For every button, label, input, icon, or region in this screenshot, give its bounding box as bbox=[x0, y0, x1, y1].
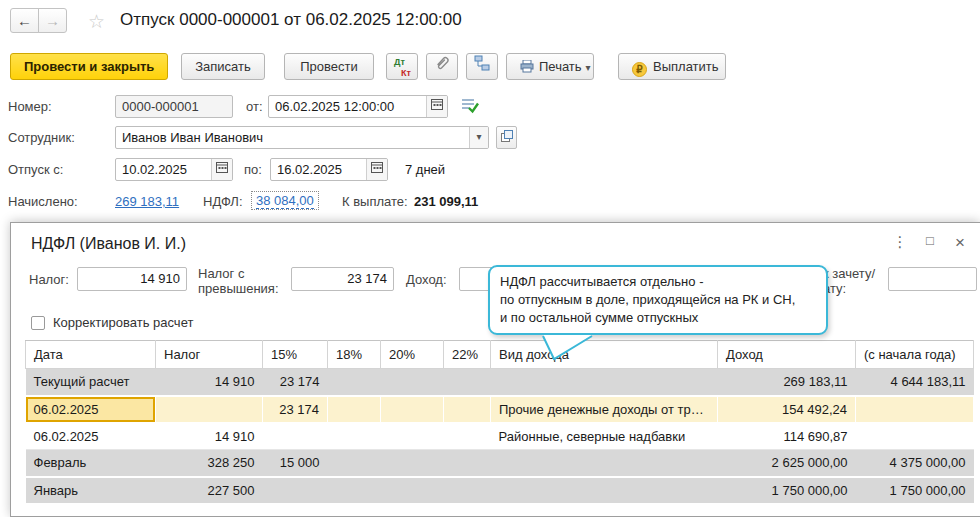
table-row[interactable]: Январь227 5001 750 000,001 750 000,00 bbox=[26, 477, 974, 504]
table-row[interactable]: 06.02.202514 910Районные, северные надба… bbox=[26, 423, 974, 450]
table-cell[interactable] bbox=[444, 369, 491, 396]
close-icon[interactable]: × bbox=[949, 233, 971, 253]
column-header-6[interactable]: Вид дохода bbox=[491, 341, 718, 369]
ndfl-amount-link[interactable]: 38 084,00 bbox=[251, 191, 319, 210]
column-header-4[interactable]: 20% bbox=[381, 341, 444, 369]
employee-value: Иванов Иван Иванович bbox=[122, 130, 263, 145]
accrued-amount-link[interactable]: 269 183,11 bbox=[115, 194, 179, 209]
column-header-0[interactable]: Дата bbox=[26, 341, 156, 369]
table-cell[interactable]: 328 250 bbox=[156, 450, 263, 477]
table-cell[interactable] bbox=[856, 423, 974, 450]
column-header-2[interactable]: 15% bbox=[263, 341, 328, 369]
table-cell[interactable] bbox=[444, 477, 491, 504]
column-header-8[interactable]: (с начала года) bbox=[856, 341, 974, 369]
calendar-icon[interactable] bbox=[211, 159, 232, 180]
table-cell[interactable]: 06.02.2025 bbox=[26, 396, 156, 423]
adjust-calculation-label: Корректировать расчет bbox=[53, 315, 193, 330]
table-cell[interactable] bbox=[263, 477, 328, 504]
employee-label: Сотрудник: bbox=[8, 130, 75, 145]
adjust-calculation-checkbox[interactable]: Корректировать расчет bbox=[31, 313, 193, 331]
debit-credit-button[interactable]: Дт Кт bbox=[386, 53, 418, 80]
column-header-3[interactable]: 18% bbox=[328, 341, 381, 369]
table-cell[interactable]: 06.02.2025 bbox=[26, 423, 156, 450]
print-button[interactable]: Печать▾ bbox=[506, 53, 594, 80]
table-cell[interactable]: 1 750 000,00 bbox=[856, 477, 974, 504]
forward-arrow-icon[interactable]: → bbox=[38, 8, 67, 33]
table-cell[interactable] bbox=[328, 396, 381, 423]
table-cell[interactable]: Февраль bbox=[26, 450, 156, 477]
table-cell[interactable]: 2 625 000,00 bbox=[718, 450, 856, 477]
excess-tax-input[interactable]: 23 174 bbox=[291, 267, 394, 291]
open-employee-button[interactable] bbox=[496, 126, 517, 149]
column-header-5[interactable]: 22% bbox=[444, 341, 491, 369]
table-row[interactable]: Февраль328 25015 0002 625 000,004 375 00… bbox=[26, 450, 974, 477]
table-cell[interactable]: 154 492,24 bbox=[718, 396, 856, 423]
table-cell[interactable] bbox=[444, 423, 491, 450]
table-cell[interactable]: 15 000 bbox=[263, 450, 328, 477]
table-cell[interactable] bbox=[381, 423, 444, 450]
payout-label: К выплате: bbox=[342, 194, 408, 209]
table-cell[interactable] bbox=[263, 423, 328, 450]
table-cell[interactable] bbox=[856, 396, 974, 423]
posted-status-icon bbox=[461, 97, 479, 118]
vacation-to-input[interactable]: 16.02.2025 bbox=[270, 158, 388, 181]
table-cell[interactable] bbox=[491, 477, 718, 504]
number-input[interactable]: 0000-000001 bbox=[115, 95, 233, 118]
table-cell[interactable]: 23 174 bbox=[263, 396, 328, 423]
table-cell[interactable]: Прочие денежные доходы от тр… bbox=[491, 396, 718, 423]
pay-button[interactable]: ₽Выплатить bbox=[618, 53, 726, 80]
table-cell[interactable]: Январь bbox=[26, 477, 156, 504]
related-documents-button[interactable] bbox=[466, 53, 498, 80]
table-cell[interactable]: 227 500 bbox=[156, 477, 263, 504]
table-cell[interactable] bbox=[381, 369, 444, 396]
table-cell[interactable] bbox=[444, 450, 491, 477]
table-cell[interactable]: 14 910 bbox=[156, 423, 263, 450]
table-cell[interactable] bbox=[328, 423, 381, 450]
vacation-from-input[interactable]: 10.02.2025 bbox=[115, 158, 233, 181]
table-cell[interactable] bbox=[328, 450, 381, 477]
vacation-from-value: 10.02.2025 bbox=[122, 162, 187, 177]
table-cell[interactable] bbox=[381, 396, 444, 423]
table-row[interactable]: 06.02.202523 174Прочие денежные доходы о… bbox=[26, 396, 974, 423]
table-cell[interactable]: 23 174 bbox=[263, 369, 328, 396]
post-and-close-button[interactable]: Провести и закрыть bbox=[10, 53, 168, 80]
save-button[interactable]: Записать bbox=[181, 53, 265, 80]
back-arrow-icon[interactable]: ← bbox=[10, 8, 39, 33]
calendar-icon[interactable] bbox=[426, 96, 447, 117]
offset-tax-label: к зачету/ ату: bbox=[823, 266, 875, 296]
table-row[interactable]: Текущий расчет14 91023 174269 183,114 64… bbox=[26, 369, 974, 396]
excess-tax-label-line2: превышения: bbox=[198, 281, 279, 296]
table-cell[interactable] bbox=[328, 369, 381, 396]
table-cell[interactable] bbox=[491, 369, 718, 396]
table-cell[interactable]: 4 375 000,00 bbox=[856, 450, 974, 477]
pay-label: Выплатить bbox=[653, 59, 719, 74]
table-cell[interactable] bbox=[491, 450, 718, 477]
chevron-down-icon[interactable]: ▾ bbox=[469, 127, 488, 148]
offset-tax-input[interactable] bbox=[888, 267, 977, 291]
maximize-icon[interactable]: □ bbox=[919, 233, 941, 248]
table-cell[interactable] bbox=[381, 477, 444, 504]
print-label: Печать bbox=[539, 59, 582, 74]
table-cell[interactable] bbox=[328, 477, 381, 504]
table-cell[interactable]: Районные, северные надбавки bbox=[491, 423, 718, 450]
window-menu-icon[interactable]: ⋮ bbox=[889, 233, 911, 251]
column-header-1[interactable]: Налог bbox=[156, 341, 263, 369]
calendar-icon[interactable] bbox=[366, 159, 387, 180]
attachments-button[interactable] bbox=[426, 53, 458, 80]
column-header-7[interactable]: Доход bbox=[718, 341, 856, 369]
date-from-label: от: bbox=[246, 99, 263, 114]
table-cell[interactable] bbox=[444, 396, 491, 423]
table-cell[interactable]: 14 910 bbox=[156, 369, 263, 396]
tax-input[interactable]: 14 910 bbox=[77, 267, 187, 291]
employee-input[interactable]: Иванов Иван Иванович ▾ bbox=[115, 126, 489, 149]
table-cell[interactable]: 114 690,87 bbox=[718, 423, 856, 450]
table-cell[interactable]: 269 183,11 bbox=[718, 369, 856, 396]
table-cell[interactable] bbox=[156, 396, 263, 423]
datetime-input[interactable]: 06.02.2025 12:00:00 bbox=[268, 95, 448, 118]
table-cell[interactable]: 4 644 183,11 bbox=[856, 369, 974, 396]
post-button[interactable]: Провести bbox=[284, 53, 374, 80]
table-cell[interactable]: Текущий расчет bbox=[26, 369, 156, 396]
table-cell[interactable] bbox=[381, 450, 444, 477]
table-cell[interactable]: 1 750 000,00 bbox=[718, 477, 856, 504]
favorite-star-icon[interactable]: ☆ bbox=[88, 10, 105, 33]
